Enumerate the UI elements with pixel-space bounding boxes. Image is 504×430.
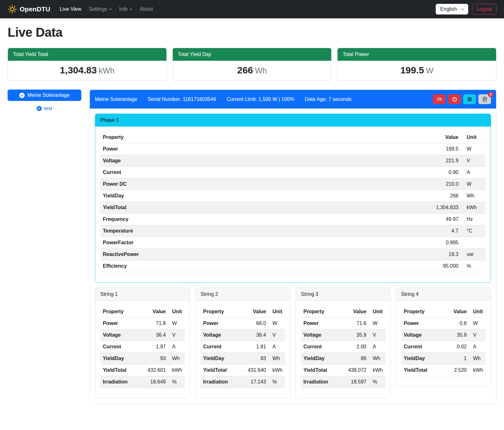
strings-row: String 1 Property Value Unit xyxy=(95,288,491,398)
value-cell: 36.4 xyxy=(144,329,168,341)
nav-settings[interactable]: Settings xyxy=(85,4,115,15)
sidebar-item-label: test xyxy=(44,106,52,111)
table-row: Power 0.6 W xyxy=(401,318,486,329)
table-row: YieldTotal 431.640 kWh xyxy=(201,365,285,376)
table-row: Current 2.00 A xyxy=(301,341,385,353)
value-cell: 1 xyxy=(445,353,469,365)
unit-cell: % xyxy=(369,376,385,388)
limit-settings-button[interactable] xyxy=(433,94,445,104)
table-row: Current 1.97 A xyxy=(100,341,185,353)
sidebar-item-meine-solaranlage[interactable]: Meine Solaranlage xyxy=(8,90,81,101)
unit-cell: V xyxy=(269,329,285,341)
string-table: Property Value Unit Power xyxy=(401,306,486,376)
table-row: ReactivePower 19.3 var xyxy=(100,249,486,260)
device-info-button[interactable] xyxy=(463,94,476,104)
property-cell: PowerFactor xyxy=(100,237,316,249)
column-header-unit: Unit xyxy=(461,132,486,143)
value-cell: 49.97 xyxy=(316,214,461,225)
unit-cell: V xyxy=(168,329,185,341)
column-header-unit: Unit xyxy=(168,306,185,318)
table-row: Power 71.8 W xyxy=(100,318,185,329)
chevron-down-icon xyxy=(130,9,132,10)
cpu-icon xyxy=(467,97,472,102)
property-cell: YieldTotal xyxy=(401,365,445,376)
summary-card: Total Yield Day 266Wh xyxy=(172,48,332,81)
property-cell: Power DC xyxy=(100,178,316,190)
string-card-title: String 2 xyxy=(196,288,290,301)
page-title: Live Data xyxy=(8,25,496,40)
x-circle-icon xyxy=(37,106,42,111)
nav-live-view[interactable]: Live View xyxy=(56,4,85,15)
property-cell: Voltage xyxy=(301,329,345,341)
unit-cell: W xyxy=(269,318,285,329)
logout-button[interactable]: Logout xyxy=(472,4,496,15)
unit-cell: % xyxy=(168,376,185,388)
unit-cell: kWh xyxy=(469,365,486,376)
unit-cell: A xyxy=(269,341,285,353)
value-cell: 0.02 xyxy=(445,341,469,353)
column-header-value: Value xyxy=(144,306,168,318)
inverter-sidebar: Meine Solaranlage test xyxy=(8,90,81,111)
property-cell: YieldDay xyxy=(201,353,245,365)
table-row: YieldTotal 432.601 kWh xyxy=(100,365,185,376)
property-cell: Current xyxy=(201,341,245,353)
table-row: Voltage 35.9 V xyxy=(301,329,385,341)
summary-card-unit: W xyxy=(426,66,433,75)
summary-card: Total Yield Total 1,304.83kWh xyxy=(8,48,167,81)
property-cell: YieldDay xyxy=(100,190,316,202)
table-header-row: Property Value Unit xyxy=(100,132,486,143)
table-row: Voltage 221.9 V xyxy=(100,155,486,167)
table-row: YieldTotal 2.520 kWh xyxy=(401,365,486,376)
unit-cell: kWh xyxy=(461,202,486,214)
column-header-property: Property xyxy=(401,306,445,318)
column-header-value: Value xyxy=(245,306,269,318)
property-cell: YieldTotal xyxy=(201,365,245,376)
table-row: YieldDay 1 Wh xyxy=(401,353,486,365)
table-row: YieldDay 266 Wh xyxy=(100,190,486,202)
unit-cell: W xyxy=(369,318,385,329)
property-cell: YieldTotal xyxy=(100,202,316,214)
table-row: Current 0.90 A xyxy=(100,167,486,178)
brand-link[interactable]: OpenDTU xyxy=(8,4,50,14)
inverter-limit: Current Limit: 1,500 W | 100% xyxy=(227,97,294,102)
event-count-badge: 2 xyxy=(488,92,494,97)
value-cell: 432.601 xyxy=(144,365,168,376)
unit-cell: kWh xyxy=(369,365,385,376)
table-header-row: Property Value Unit xyxy=(301,306,385,318)
column-header-value: Value xyxy=(445,306,469,318)
table-row: Efficiency 95.000 % xyxy=(100,260,486,272)
table-row: Current 1.81 A xyxy=(201,341,285,353)
sidebar-item-test[interactable]: test xyxy=(8,106,81,111)
value-cell: 0.90 xyxy=(316,167,461,178)
value-cell: 35.9 xyxy=(445,329,469,341)
property-cell: Voltage xyxy=(401,329,445,341)
table-row: YieldTotal 438.072 kWh xyxy=(301,365,385,376)
column-header-property: Property xyxy=(301,306,345,318)
nav-info[interactable]: Info xyxy=(115,4,136,15)
power-button[interactable] xyxy=(448,94,461,104)
nav-about[interactable]: About xyxy=(136,4,157,15)
unit-cell: W xyxy=(461,143,486,155)
property-cell: Temperature xyxy=(100,225,316,237)
property-cell: Efficiency xyxy=(100,260,316,272)
value-cell: 266 xyxy=(316,190,461,202)
string-card-3: String 3 Property Value Unit xyxy=(296,288,391,398)
string-card-4: String 4 Property Value Unit xyxy=(396,288,491,387)
table-row: YieldDay 93 Wh xyxy=(100,353,185,365)
unit-cell: A xyxy=(469,341,486,353)
property-cell: YieldTotal xyxy=(100,365,144,376)
phase-table: Property Value Unit Power xyxy=(100,132,486,272)
value-cell: 438.072 xyxy=(345,365,369,376)
phase-card-title: Phase 1 xyxy=(95,114,491,127)
value-cell: 4.7 xyxy=(316,225,461,237)
unit-cell: Wh xyxy=(461,190,486,202)
property-cell: Power xyxy=(301,318,345,329)
property-cell: Current xyxy=(401,341,445,353)
summary-card-title: Total Power xyxy=(338,48,496,61)
unit-cell: W xyxy=(469,318,486,329)
brand-label: OpenDTU xyxy=(20,5,50,13)
language-select[interactable]: English xyxy=(436,4,468,15)
property-cell: Irradiation xyxy=(201,376,245,388)
event-log-button[interactable]: 2 xyxy=(478,94,491,104)
summary-card-unit: kWh xyxy=(99,66,115,75)
